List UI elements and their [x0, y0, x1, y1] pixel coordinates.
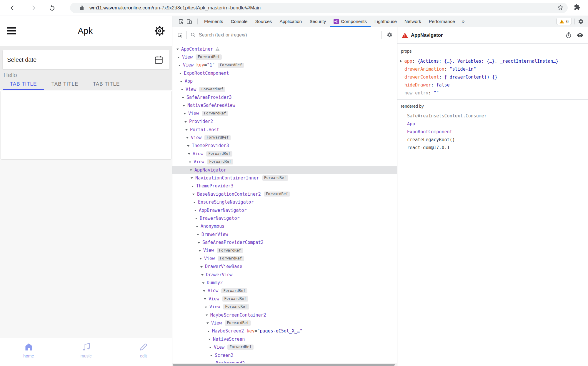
devtools-tab-elements[interactable]: Elements [200, 16, 227, 27]
tree-row[interactable]: Anonymous [172, 222, 397, 230]
nav-item-edit[interactable]: edit [115, 342, 172, 366]
menu-hamburger-icon[interactable] [7, 27, 16, 34]
tree-row[interactable]: DrawerNavigator [172, 214, 397, 222]
expand-arrow-icon[interactable] [186, 137, 189, 139]
expand-arrow-icon[interactable] [191, 186, 194, 187]
expand-arrow-icon[interactable] [181, 89, 183, 90]
expand-arrow-icon[interactable] [200, 266, 203, 268]
prop-row[interactable]: drawerContent:ƒ drawerContent() {} [397, 73, 588, 81]
tree-row[interactable]: ViewForwardRef [172, 158, 397, 166]
tree-row[interactable]: SafeAreaProviderCompat2 [172, 238, 397, 246]
expand-arrow-icon[interactable] [177, 57, 180, 58]
rendered-by-item[interactable]: App [397, 120, 588, 128]
expand-arrow-icon[interactable] [193, 202, 196, 203]
stopwatch-icon[interactable] [566, 32, 572, 39]
expand-arrow-icon[interactable] [210, 355, 212, 356]
eye-icon[interactable] [577, 32, 584, 38]
tree-row[interactable]: NativeScreen [172, 335, 397, 343]
tree-row[interactable]: Dummy2 [172, 279, 397, 287]
app-tab-1[interactable]: TAB TITLE [3, 79, 44, 90]
tree-row[interactable]: AppContainer [172, 45, 397, 53]
device-toolbar-icon[interactable] [186, 19, 192, 24]
devtools-tab-security[interactable]: Security [306, 16, 330, 27]
tree-row[interactable]: Portal.Host [172, 126, 397, 134]
calendar-icon[interactable] [154, 55, 164, 65]
prop-row[interactable]: hideDrawer:false [397, 81, 588, 89]
tree-row[interactable]: NavigationContainerInnerForwardRef [172, 174, 397, 182]
expand-arrow-icon[interactable] [190, 169, 192, 171]
tree-row[interactable]: ViewForwardRef [172, 295, 397, 303]
expand-arrow-icon[interactable] [176, 49, 179, 50]
tree-row[interactable]: Provider2 [172, 118, 397, 126]
expand-arrow-icon[interactable] [183, 105, 185, 107]
date-picker-field[interactable]: Select date [3, 50, 169, 69]
expand-arrow-icon[interactable] [178, 65, 181, 66]
prop-row[interactable]: new entry:"" [397, 89, 588, 97]
tree-row[interactable]: Viewkey="1"ForwardRef [172, 61, 397, 69]
tree-row[interactable]: SafeAreaProvider3 [172, 93, 397, 101]
tree-row[interactable]: ViewForwardRef [172, 319, 397, 327]
expand-arrow-icon[interactable] [206, 315, 208, 316]
expand-arrow-icon[interactable] [208, 339, 211, 340]
components-settings-gear-icon[interactable] [387, 32, 392, 38]
back-icon[interactable] [8, 3, 18, 13]
devtools-tab-lighthouse[interactable]: Lighthouse [371, 16, 401, 27]
app-tab-2[interactable]: TAB TITLE [44, 79, 86, 90]
rendered-by-item[interactable]: react-dom@17.0.1 [397, 144, 588, 152]
expand-arrow-icon[interactable] [185, 129, 188, 131]
expand-arrow-icon[interactable] [205, 307, 207, 308]
tree-row[interactable]: Screen2 [172, 351, 397, 359]
tree-row[interactable]: ViewForwardRef [172, 109, 397, 117]
expand-arrow-icon[interactable] [207, 331, 210, 332]
prop-row[interactable]: drawerAnimation:"slide-in" [397, 65, 588, 73]
extensions-puzzle-icon[interactable] [574, 4, 580, 12]
expand-arrow-icon[interactable] [197, 234, 199, 235]
expand-arrow-icon[interactable] [194, 210, 196, 211]
expand-arrow-icon[interactable] [206, 322, 209, 324]
bookmark-star-icon[interactable] [557, 4, 564, 12]
expand-arrow-icon[interactable] [201, 274, 204, 276]
tree-row[interactable]: Background2 [172, 359, 397, 363]
tree-row[interactable]: EnsureSingleNavigator [172, 198, 397, 206]
devtools-tab-application[interactable]: Application [276, 16, 306, 27]
settings-gear-icon[interactable] [154, 26, 165, 36]
tree-row[interactable]: ExpoRootComponent [172, 69, 397, 77]
tree-row[interactable]: ViewForwardRef [172, 303, 397, 311]
rendered-by-item[interactable]: ExpoRootComponent [397, 128, 588, 136]
scrollbar-thumb[interactable] [173, 364, 395, 366]
app-tab-3[interactable]: TAB TITLE [86, 79, 127, 90]
devtools-tab-components[interactable]: Components [330, 16, 371, 27]
expand-arrow-icon[interactable] [202, 282, 204, 284]
tree-row[interactable]: DrawerViewBase [172, 263, 397, 271]
inspect-element-icon[interactable] [178, 19, 184, 24]
expand-arrow-icon[interactable] [198, 242, 200, 244]
devtools-tab-performance[interactable]: Performance [425, 16, 459, 27]
expand-arrow-icon[interactable] [187, 145, 189, 147]
expand-arrow-icon[interactable] [179, 73, 181, 74]
tree-row[interactable]: DrawerView [172, 271, 397, 279]
address-bar[interactable]: wm11.wavemakeronline.com/run-7x9x2d8c1p/… [70, 3, 568, 13]
expand-arrow-icon[interactable] [184, 113, 186, 114]
tree-row[interactable]: ThemeProvider3 [172, 182, 397, 190]
tree-row[interactable]: ViewForwardRef [172, 247, 397, 254]
tree-row[interactable]: ViewForwardRef [172, 53, 397, 61]
expand-arrow-icon[interactable] [180, 81, 182, 82]
expand-arrow-icon[interactable] [189, 162, 191, 163]
expand-arrow-icon[interactable] [195, 218, 197, 219]
nav-item-music[interactable]: music [57, 342, 115, 366]
expand-arrow-icon[interactable] [192, 194, 195, 195]
devtools-tab-network[interactable]: Network [401, 16, 425, 27]
tree-row[interactable]: ViewForwardRef [172, 150, 397, 158]
expand-arrow-icon[interactable] [182, 97, 184, 99]
expand-arrow-icon[interactable] [188, 153, 190, 155]
tree-row[interactable]: ViewForwardRef [172, 287, 397, 295]
tree-row[interactable]: ViewForwardRef [172, 85, 397, 93]
forward-icon[interactable] [28, 3, 38, 13]
tree-row[interactable]: DrawerView [172, 230, 397, 238]
expand-arrow-icon[interactable] [209, 347, 211, 348]
reload-icon[interactable] [47, 3, 57, 13]
warnings-badge[interactable]: 6 [556, 18, 572, 25]
rendered-by-item[interactable]: createLegacyRoot() [397, 136, 588, 144]
inspect-component-icon[interactable] [177, 32, 183, 38]
expand-arrow-icon[interactable] [203, 290, 205, 292]
